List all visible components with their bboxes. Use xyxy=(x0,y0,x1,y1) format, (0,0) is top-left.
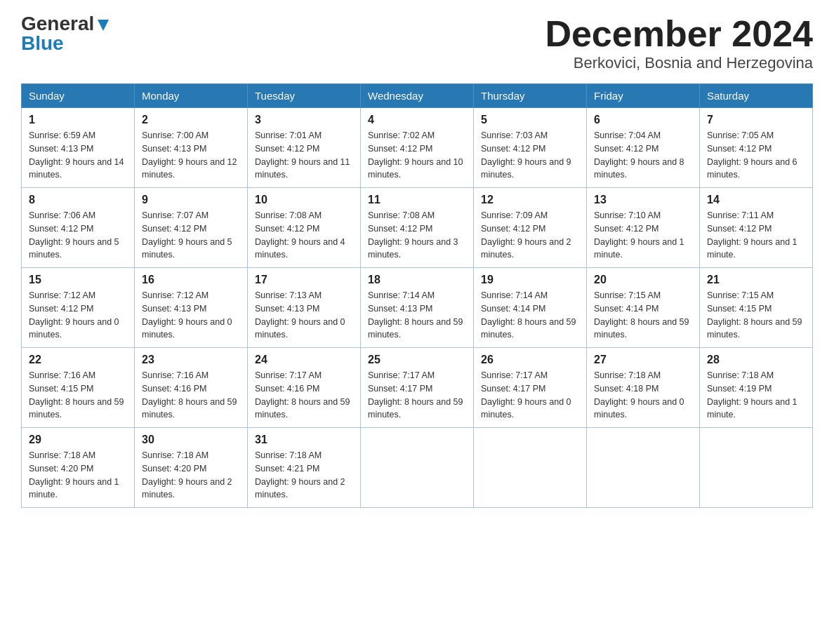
day-number: 26 xyxy=(481,354,579,366)
calendar-cell: 14 Sunrise: 7:11 AMSunset: 4:12 PMDaylig… xyxy=(700,188,813,268)
day-number: 27 xyxy=(594,354,692,366)
calendar-cell: 18 Sunrise: 7:14 AMSunset: 4:13 PMDaylig… xyxy=(361,268,474,348)
calendar-cell: 12 Sunrise: 7:09 AMSunset: 4:12 PMDaylig… xyxy=(474,188,587,268)
calendar-cell: 23 Sunrise: 7:16 AMSunset: 4:16 PMDaylig… xyxy=(135,348,248,428)
svg-marker-0 xyxy=(98,20,109,31)
day-number: 28 xyxy=(707,354,805,366)
day-number: 19 xyxy=(481,274,579,286)
day-info: Sunrise: 7:18 AMSunset: 4:20 PMDaylight:… xyxy=(29,450,119,499)
calendar-cell: 31 Sunrise: 7:18 AMSunset: 4:21 PMDaylig… xyxy=(248,428,361,508)
calendar-cell xyxy=(474,428,587,508)
day-info: Sunrise: 7:17 AMSunset: 4:17 PMDaylight:… xyxy=(368,370,463,420)
day-number: 12 xyxy=(481,194,579,206)
calendar-cell: 4 Sunrise: 7:02 AMSunset: 4:12 PMDayligh… xyxy=(361,108,474,188)
logo-blue: Blue xyxy=(21,32,64,54)
calendar-cell: 17 Sunrise: 7:13 AMSunset: 4:13 PMDaylig… xyxy=(248,268,361,348)
logo-triangle-icon xyxy=(95,17,111,32)
calendar-week-1: 1 Sunrise: 6:59 AMSunset: 4:13 PMDayligh… xyxy=(22,108,813,188)
calendar-cell: 9 Sunrise: 7:07 AMSunset: 4:12 PMDayligh… xyxy=(135,188,248,268)
day-number: 3 xyxy=(255,114,353,126)
day-info: Sunrise: 7:05 AMSunset: 4:12 PMDaylight:… xyxy=(707,130,797,180)
day-info: Sunrise: 7:06 AMSunset: 4:12 PMDaylight:… xyxy=(29,210,119,260)
header-thursday: Thursday xyxy=(474,84,587,108)
day-number: 8 xyxy=(29,194,127,206)
day-number: 5 xyxy=(481,114,579,126)
calendar-cell xyxy=(587,428,700,508)
calendar-cell: 29 Sunrise: 7:18 AMSunset: 4:20 PMDaylig… xyxy=(22,428,135,508)
day-info: Sunrise: 7:02 AMSunset: 4:12 PMDaylight:… xyxy=(368,130,463,180)
calendar-cell: 1 Sunrise: 6:59 AMSunset: 4:13 PMDayligh… xyxy=(22,108,135,188)
day-number: 23 xyxy=(142,354,240,366)
logo: General Blue xyxy=(21,14,111,53)
day-number: 11 xyxy=(368,194,466,206)
day-info: Sunrise: 7:17 AMSunset: 4:16 PMDaylight:… xyxy=(255,370,350,420)
header-sunday: Sunday xyxy=(22,84,135,108)
calendar-cell: 11 Sunrise: 7:08 AMSunset: 4:12 PMDaylig… xyxy=(361,188,474,268)
calendar-cell: 15 Sunrise: 7:12 AMSunset: 4:12 PMDaylig… xyxy=(22,268,135,348)
day-number: 13 xyxy=(594,194,692,206)
day-number: 16 xyxy=(142,274,240,286)
calendar-body: 1 Sunrise: 6:59 AMSunset: 4:13 PMDayligh… xyxy=(22,108,813,508)
calendar-header: SundayMondayTuesdayWednesdayThursdayFrid… xyxy=(22,84,813,108)
calendar-cell: 8 Sunrise: 7:06 AMSunset: 4:12 PMDayligh… xyxy=(22,188,135,268)
calendar-cell: 28 Sunrise: 7:18 AMSunset: 4:19 PMDaylig… xyxy=(700,348,813,428)
day-info: Sunrise: 7:03 AMSunset: 4:12 PMDaylight:… xyxy=(481,130,571,180)
day-number: 24 xyxy=(255,354,353,366)
page-title: December 2024 xyxy=(545,14,813,54)
day-info: Sunrise: 7:18 AMSunset: 4:21 PMDaylight:… xyxy=(255,450,345,499)
day-info: Sunrise: 7:13 AMSunset: 4:13 PMDaylight:… xyxy=(255,290,345,340)
calendar-cell: 10 Sunrise: 7:08 AMSunset: 4:12 PMDaylig… xyxy=(248,188,361,268)
calendar-cell: 25 Sunrise: 7:17 AMSunset: 4:17 PMDaylig… xyxy=(361,348,474,428)
calendar-cell: 3 Sunrise: 7:01 AMSunset: 4:12 PMDayligh… xyxy=(248,108,361,188)
day-info: Sunrise: 7:16 AMSunset: 4:16 PMDaylight:… xyxy=(142,370,237,420)
day-number: 2 xyxy=(142,114,240,126)
day-number: 21 xyxy=(707,274,805,286)
day-info: Sunrise: 7:01 AMSunset: 4:12 PMDaylight:… xyxy=(255,130,350,180)
calendar-cell: 30 Sunrise: 7:18 AMSunset: 4:20 PMDaylig… xyxy=(135,428,248,508)
day-info: Sunrise: 7:12 AMSunset: 4:13 PMDaylight:… xyxy=(142,290,232,340)
day-number: 20 xyxy=(594,274,692,286)
day-number: 29 xyxy=(29,434,127,446)
day-number: 1 xyxy=(29,114,127,126)
day-info: Sunrise: 7:11 AMSunset: 4:12 PMDaylight:… xyxy=(707,210,797,260)
day-number: 30 xyxy=(142,434,240,446)
day-number: 31 xyxy=(255,434,353,446)
day-info: Sunrise: 7:08 AMSunset: 4:12 PMDaylight:… xyxy=(368,210,458,260)
calendar-cell: 22 Sunrise: 7:16 AMSunset: 4:15 PMDaylig… xyxy=(22,348,135,428)
day-info: Sunrise: 7:15 AMSunset: 4:14 PMDaylight:… xyxy=(594,290,689,340)
day-number: 17 xyxy=(255,274,353,286)
day-number: 15 xyxy=(29,274,127,286)
day-info: Sunrise: 7:07 AMSunset: 4:12 PMDaylight:… xyxy=(142,210,232,260)
day-info: Sunrise: 7:16 AMSunset: 4:15 PMDaylight:… xyxy=(29,370,124,420)
title-block: December 2024 Berkovici, Bosnia and Herz… xyxy=(545,14,813,72)
header-tuesday: Tuesday xyxy=(248,84,361,108)
page-subtitle: Berkovici, Bosnia and Herzegovina xyxy=(545,54,813,72)
calendar-cell xyxy=(700,428,813,508)
day-info: Sunrise: 7:10 AMSunset: 4:12 PMDaylight:… xyxy=(594,210,684,260)
day-info: Sunrise: 7:09 AMSunset: 4:12 PMDaylight:… xyxy=(481,210,571,260)
calendar-cell: 7 Sunrise: 7:05 AMSunset: 4:12 PMDayligh… xyxy=(700,108,813,188)
calendar-cell: 2 Sunrise: 7:00 AMSunset: 4:13 PMDayligh… xyxy=(135,108,248,188)
logo-general: General xyxy=(21,14,94,34)
day-info: Sunrise: 7:14 AMSunset: 4:14 PMDaylight:… xyxy=(481,290,576,340)
calendar-week-5: 29 Sunrise: 7:18 AMSunset: 4:20 PMDaylig… xyxy=(22,428,813,508)
page-header: General Blue December 2024 Berkovici, Bo… xyxy=(21,14,813,72)
day-number: 18 xyxy=(368,274,466,286)
day-number: 22 xyxy=(29,354,127,366)
calendar-cell: 16 Sunrise: 7:12 AMSunset: 4:13 PMDaylig… xyxy=(135,268,248,348)
calendar-cell: 20 Sunrise: 7:15 AMSunset: 4:14 PMDaylig… xyxy=(587,268,700,348)
calendar-cell: 21 Sunrise: 7:15 AMSunset: 4:15 PMDaylig… xyxy=(700,268,813,348)
day-number: 9 xyxy=(142,194,240,206)
calendar-week-3: 15 Sunrise: 7:12 AMSunset: 4:12 PMDaylig… xyxy=(22,268,813,348)
day-info: Sunrise: 7:08 AMSunset: 4:12 PMDaylight:… xyxy=(255,210,345,260)
day-number: 7 xyxy=(707,114,805,126)
day-number: 25 xyxy=(368,354,466,366)
calendar-cell: 5 Sunrise: 7:03 AMSunset: 4:12 PMDayligh… xyxy=(474,108,587,188)
calendar-cell: 13 Sunrise: 7:10 AMSunset: 4:12 PMDaylig… xyxy=(587,188,700,268)
day-info: Sunrise: 7:15 AMSunset: 4:15 PMDaylight:… xyxy=(707,290,802,340)
day-info: Sunrise: 6:59 AMSunset: 4:13 PMDaylight:… xyxy=(29,130,124,180)
day-number: 14 xyxy=(707,194,805,206)
header-wednesday: Wednesday xyxy=(361,84,474,108)
day-info: Sunrise: 7:04 AMSunset: 4:12 PMDaylight:… xyxy=(594,130,684,180)
day-number: 6 xyxy=(594,114,692,126)
